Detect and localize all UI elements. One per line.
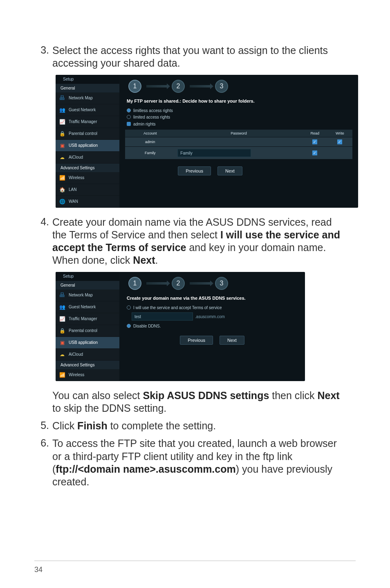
sidebar-item-label: Parental control: [69, 131, 97, 136]
radio-icon: [127, 115, 131, 119]
admin-rights-label: admin rights: [133, 122, 155, 126]
checkbox-icon[interactable]: ✓: [312, 139, 317, 144]
toggle-icon: [127, 122, 131, 126]
t: created.: [52, 476, 89, 487]
step-circle-1: 1: [128, 277, 141, 290]
sidebar-item-traffic[interactable]: 📈 Traffic Manager: [56, 116, 119, 128]
sidebar: Setup General 品 Network Map 👥 Guest Netw…: [56, 75, 119, 208]
step-5-num: 5.: [34, 420, 52, 432]
checkbox-icon[interactable]: ✓: [312, 150, 317, 155]
next-button[interactable]: Next: [220, 336, 244, 345]
traffic-icon: 📈: [59, 316, 65, 322]
main-pane: 1 2 3 Create your domain name via the AS…: [119, 272, 305, 381]
step-arrow: [146, 85, 167, 88]
admin-rights[interactable]: admin rights: [127, 122, 352, 126]
screenshot-1: Setup General 品 Network Map 👥 Guest Netw…: [56, 75, 358, 208]
usb-icon: ▣: [59, 142, 65, 149]
checkbox-icon[interactable]: ✓: [337, 139, 342, 144]
radio-limited[interactable]: limited access rights: [127, 115, 352, 119]
step-3-body: Select the access rights that you want t…: [52, 44, 356, 70]
step-6-body: To access the FTP site that you created,…: [52, 437, 356, 488]
col-read: Read: [303, 130, 327, 137]
sidebar-item-usb[interactable]: ▣ USB application: [56, 337, 119, 349]
sidebar-item-wan[interactable]: 🌐 WAN: [56, 196, 119, 208]
sidebar-item-parental[interactable]: 🔒 Parental control: [56, 128, 119, 140]
password-field[interactable]: Family: [177, 149, 251, 157]
pane-heading: My FTP server is shared.: Decide how to …: [127, 99, 352, 103]
t: then click: [269, 390, 317, 401]
step-arrow: [146, 282, 167, 285]
radio-icon: [127, 108, 131, 112]
radio-label: limited access rights: [133, 115, 170, 119]
sidebar-item-label: Guest Network: [69, 108, 96, 112]
main-pane: 1 2 3 My FTP server is shared.: Decide h…: [119, 75, 358, 208]
t: When done, click: [52, 254, 133, 266]
radio-disable-ddns[interactable]: Disable DDNS.: [127, 324, 299, 328]
table-row: Family Family ✓: [125, 146, 352, 159]
step-arrow: [190, 282, 210, 285]
button-row: Previous Next: [68, 166, 352, 175]
step-6: 6. To access the FTP site that you creat…: [34, 437, 356, 488]
cell-password: Family: [175, 146, 302, 159]
step-circle-3: 3: [215, 277, 228, 290]
sidebar-item-label: AiCloud: [69, 352, 83, 357]
sidebar-item-usb[interactable]: ▣ USB application: [56, 140, 119, 152]
sidebar-item-guest[interactable]: 👥 Guest Network: [56, 104, 119, 116]
cell-read: ✓: [303, 146, 327, 159]
sidebar-item-aicloud[interactable]: ☁ AiCloud: [56, 152, 119, 164]
sidebar-item-label: Network Map: [69, 293, 93, 297]
step-5: 5. Click Finish to complete the setting.: [34, 420, 356, 432]
footer-divider: [34, 561, 356, 561]
sidebar-item-netmap[interactable]: 品 Network Map: [56, 290, 119, 301]
t-bold: Skip ASUS DDNS settings: [143, 390, 269, 401]
sidebar-item-label: Network Map: [69, 96, 93, 100]
sidebar-item-lan[interactable]: 🏠 LAN: [56, 184, 119, 196]
skip-paragraph: You can also select Skip ASUS DDNS setti…: [52, 389, 356, 415]
t: to skip the DDNS setting.: [52, 402, 166, 414]
stepper: 1 2 3: [125, 277, 299, 290]
wan-icon: 🌐: [59, 198, 65, 205]
previous-button[interactable]: Previous: [178, 166, 211, 175]
radio-icon: [127, 305, 131, 310]
lan-icon: 🏠: [59, 186, 65, 193]
sidebar-item-parental[interactable]: 🔒 Parental control: [56, 325, 119, 337]
sidebar-item-label: USB application: [69, 340, 98, 345]
t: or a third-party FTP client utility and …: [52, 451, 292, 462]
page-number: 34: [34, 566, 43, 574]
domain-input[interactable]: test: [132, 312, 193, 321]
netmap-icon: 品: [59, 95, 65, 101]
cloud-icon: ☁: [59, 154, 65, 161]
step-circle-3: 3: [215, 80, 228, 93]
step-arrow: [190, 85, 210, 88]
radio-limitless[interactable]: limitless access rights: [127, 108, 352, 113]
t: To access the FTP site that you created,…: [52, 438, 337, 449]
sidebar-item-traffic[interactable]: 📈 Traffic Manager: [56, 313, 119, 325]
sidebar-item-wireless[interactable]: 📶 Wireless: [56, 369, 119, 381]
sidebar-item-label: Wireless: [69, 373, 84, 377]
t-bold: accept the Terms of service: [52, 242, 186, 253]
sidebar-item-label: USB application: [69, 143, 98, 148]
sidebar-item-guest[interactable]: 👥 Guest Network: [56, 301, 119, 313]
col-write: Write: [327, 130, 352, 137]
step-4-body: Create your domain name via the ASUS DDN…: [52, 216, 356, 267]
sidebar-item-netmap[interactable]: 品 Network Map: [56, 92, 119, 104]
t: You can also select: [52, 390, 143, 401]
wireless-icon: 📶: [59, 372, 65, 378]
step3-text-a: Select the access rights that you want t…: [52, 45, 328, 56]
step-4-num: 4.: [34, 216, 52, 267]
guest-icon: 👥: [59, 304, 65, 310]
accounts-table: Account Password Read Write admin ✓ ✓ Fa…: [125, 130, 352, 159]
radio-accept-tos[interactable]: I will use the service and accept Terms …: [127, 305, 299, 310]
sidebar-item-aicloud[interactable]: ☁ AiCloud: [56, 349, 119, 361]
radio-label: limitless access rights: [133, 108, 173, 113]
next-button[interactable]: Next: [217, 166, 242, 175]
sidebar-item-label: Traffic Manager: [69, 119, 97, 124]
section-general-title: General: [56, 84, 119, 92]
cell-read: ✓: [303, 137, 327, 146]
button-row: Previous Next: [125, 336, 299, 345]
cell-write: [327, 146, 352, 159]
domain-input-row: test .asuscomm.com: [132, 312, 299, 321]
col-account: Account: [125, 130, 175, 137]
usb-icon: ▣: [59, 339, 65, 346]
previous-button[interactable]: Previous: [180, 336, 213, 345]
